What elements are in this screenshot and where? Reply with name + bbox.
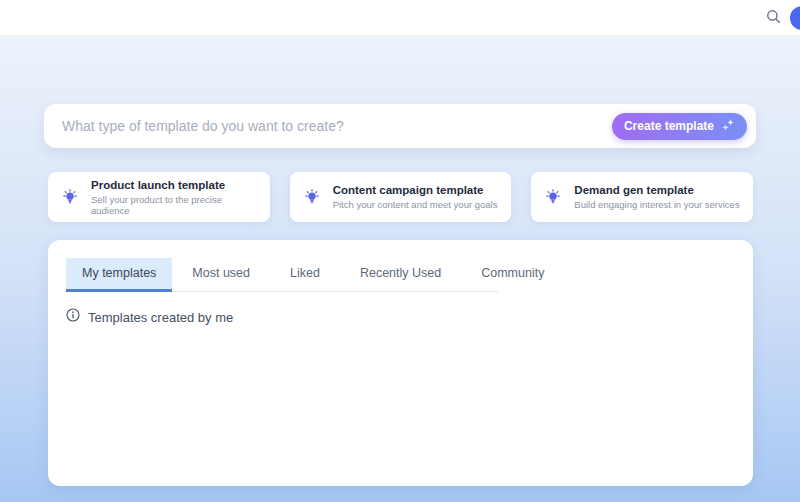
tab-community[interactable]: Community <box>461 258 564 292</box>
card-title: Demand gen template <box>574 184 739 196</box>
tab-most-used[interactable]: Most used <box>172 258 270 292</box>
card-subtitle: Build engaging interest in your services <box>574 199 739 210</box>
tab-liked[interactable]: Liked <box>270 258 340 292</box>
avatar[interactable] <box>790 6 800 30</box>
empty-state-label: Templates created by me <box>88 310 233 325</box>
templates-tabs: My templates Most used Liked Recently Us… <box>66 258 498 292</box>
templates-panel: My templates Most used Liked Recently Us… <box>48 240 753 486</box>
search-icon <box>766 9 781 27</box>
template-composer: Create template <box>44 104 756 148</box>
info-icon <box>66 308 80 326</box>
card-title: Content campaign template <box>333 184 498 196</box>
suggestion-card-product-launch[interactable]: Product launch template Sell your produc… <box>48 172 270 222</box>
suggestion-card-demand-gen[interactable]: Demand gen template Build engaging inter… <box>531 172 753 222</box>
suggestion-card-content-campaign[interactable]: Content campaign template Pitch your con… <box>290 172 512 222</box>
lightbulb-icon <box>302 187 322 207</box>
sparkles-icon <box>721 118 735 135</box>
card-subtitle: Sell your product to the precise audienc… <box>91 194 258 216</box>
create-template-label: Create template <box>624 119 714 133</box>
tab-my-templates[interactable]: My templates <box>66 258 172 292</box>
card-title: Product launch template <box>91 179 258 191</box>
search-button[interactable] <box>760 5 786 31</box>
lightbulb-icon <box>60 187 80 207</box>
lightbulb-icon <box>543 187 563 207</box>
tab-recently-used[interactable]: Recently Used <box>340 258 461 292</box>
top-bar <box>0 0 800 35</box>
template-prompt-input[interactable] <box>62 118 612 134</box>
card-subtitle: Pitch your content and meet your goals <box>333 199 498 210</box>
empty-state-row: Templates created by me <box>66 308 735 326</box>
create-template-button[interactable]: Create template <box>612 113 747 140</box>
suggestion-cards: Product launch template Sell your produc… <box>48 172 753 222</box>
